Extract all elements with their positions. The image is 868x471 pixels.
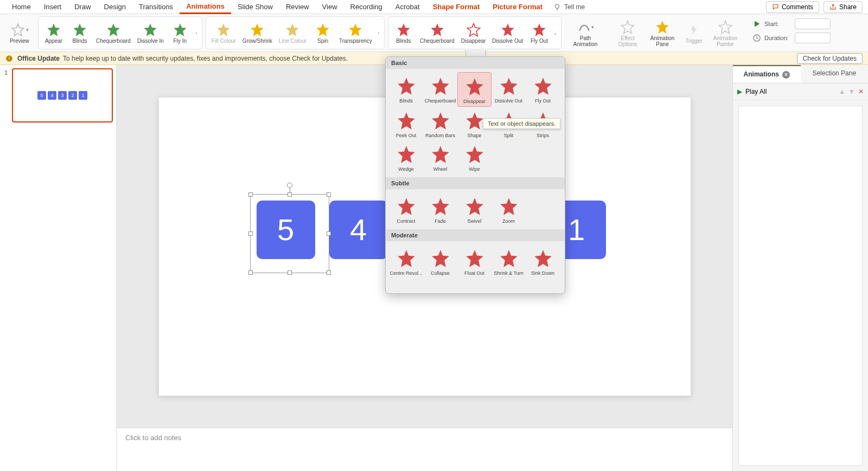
anim-fly-in[interactable]: Fly In: [167, 21, 193, 45]
tab-review[interactable]: Review: [279, 1, 316, 13]
anim-spin[interactable]: Spin: [310, 21, 336, 45]
gallery-item-collapse[interactable]: Collapse: [423, 244, 457, 278]
tab-draw[interactable]: Draw: [68, 1, 97, 13]
effect-options-button[interactable]: Effect Options: [611, 18, 644, 48]
anim-exit-blinds[interactable]: Blinds: [391, 21, 417, 45]
resize-handle[interactable]: [327, 231, 331, 236]
gallery-item-zoom[interactable]: Zoom: [492, 192, 526, 226]
gallery-item-fade[interactable]: Fade: [423, 192, 457, 226]
anim-dissolve-out[interactable]: Dissolve Out: [489, 21, 526, 45]
gallery-item-peek-out[interactable]: Peek Out: [389, 107, 423, 140]
resize-handle[interactable]: [327, 270, 331, 275]
gallery-item-dissolve-out[interactable]: Dissolve Out: [492, 72, 526, 107]
anim-exit-chequer[interactable]: Chequerboard: [417, 21, 458, 45]
tab-picture-format[interactable]: Picture Format: [486, 1, 549, 13]
anim-appear[interactable]: Appear: [41, 21, 67, 45]
tab-home[interactable]: Home: [5, 1, 37, 13]
star-icon: [396, 111, 417, 131]
exit-more[interactable]: ⌄: [552, 30, 559, 36]
gallery-item-strips[interactable]: Strips: [526, 107, 560, 140]
play-all-button[interactable]: Play All: [745, 88, 767, 95]
duration-input[interactable]: [795, 33, 831, 43]
anim-dissolve-in[interactable]: Dissolve In: [134, 21, 167, 45]
anim-fill-colour[interactable]: Fill Colour: [208, 21, 239, 45]
update-title: Office Update: [17, 55, 60, 62]
comments-button[interactable]: Comments: [766, 1, 819, 13]
pane-tab-selection[interactable]: Selection Pane: [801, 65, 869, 83]
animation-list[interactable]: [738, 106, 863, 466]
notes-pane[interactable]: Click to add notes: [117, 428, 732, 471]
gallery-item-blinds[interactable]: Blinds: [389, 72, 423, 107]
gallery-item-wheel[interactable]: Wheel: [423, 140, 457, 174]
shape-box-4[interactable]: 4: [329, 201, 388, 259]
selection-box[interactable]: [250, 194, 329, 273]
delete-icon[interactable]: ✕: [858, 88, 864, 95]
resize-handle[interactable]: [248, 192, 253, 197]
entrance-more[interactable]: ›: [193, 30, 200, 36]
resize-handle[interactable]: [288, 192, 292, 197]
comment-icon: [772, 3, 779, 10]
gallery-item-shape[interactable]: Shape: [457, 107, 492, 140]
anim-fly-out[interactable]: Fly Out: [526, 21, 552, 45]
tab-transitions[interactable]: Transitions: [132, 1, 180, 13]
emphasis-more[interactable]: ›: [375, 30, 382, 36]
anim-line-colour[interactable]: Line Colour: [276, 21, 310, 45]
gallery-item-float-out[interactable]: Float Out: [457, 244, 492, 278]
exit-effects-gallery[interactable]: Basic BlindsChequerboardDisappearDissolv…: [385, 56, 565, 294]
gallery-item-fly-out[interactable]: Fly Out: [526, 72, 560, 107]
gallery-item-label: Sink Down: [531, 270, 554, 276]
tab-recording[interactable]: Recording: [344, 1, 389, 13]
anim-disappear[interactable]: Disappear: [458, 21, 489, 45]
resize-handle[interactable]: [327, 192, 331, 197]
resize-handle[interactable]: [248, 270, 253, 275]
tab-design[interactable]: Design: [98, 1, 132, 13]
close-icon[interactable]: ×: [782, 71, 790, 79]
gallery-item-chequerboard[interactable]: Chequerboard: [423, 72, 457, 107]
update-msg: To help keep up to date with security up…: [63, 55, 348, 62]
anim-chequer[interactable]: Chequerboard: [93, 21, 134, 45]
tab-slideshow[interactable]: Slide Show: [231, 1, 279, 13]
tab-insert[interactable]: Insert: [37, 1, 68, 13]
animation-pane-button[interactable]: Animation Pane: [644, 18, 681, 48]
gallery-item-contract[interactable]: Contract: [389, 192, 423, 226]
anim-transparency[interactable]: Transparency: [336, 21, 375, 45]
gallery-item-wipe[interactable]: Wipe: [457, 140, 492, 174]
gallery-item-shrink-turn[interactable]: Shrink & Turn: [492, 244, 526, 278]
thumb-box: 4: [48, 91, 56, 100]
gallery-item-swivel[interactable]: Swivel: [457, 192, 492, 226]
anim-grow-shrink[interactable]: Grow/Shrink: [239, 21, 276, 45]
star-icon: [430, 248, 451, 269]
resize-handle[interactable]: [288, 270, 292, 275]
gallery-item-label: Split: [504, 133, 514, 138]
rotate-handle[interactable]: [287, 183, 292, 188]
share-button[interactable]: Share: [824, 1, 863, 13]
resize-handle[interactable]: [248, 231, 253, 236]
gallery-item-centre-revol-[interactable]: Centre Revol...: [389, 244, 423, 278]
tab-shape-format[interactable]: Shape Format: [426, 1, 487, 13]
check-updates-button[interactable]: Check for Updates: [797, 53, 863, 64]
emphasis-gallery: Fill Colour Grow/Shrink Line Colour Spin…: [206, 16, 385, 49]
tab-animations[interactable]: Animations: [180, 0, 231, 14]
gallery-item-sink-down[interactable]: Sink Down: [526, 244, 560, 278]
animation-painter-button[interactable]: Animation Painter: [707, 18, 744, 48]
pane-tab-animations[interactable]: Animations×: [733, 65, 801, 83]
anim-label: Grow/Shrink: [242, 38, 272, 44]
gallery-item-disappear[interactable]: Disappear: [457, 72, 492, 107]
tab-acrobat[interactable]: Acrobat: [389, 1, 426, 13]
gallery-item-label: Wheel: [433, 166, 448, 172]
gallery-item-random-bars[interactable]: Random Bars: [423, 107, 457, 140]
trigger-button[interactable]: Trigger: [681, 21, 707, 45]
tab-view[interactable]: View: [316, 1, 344, 13]
gallery-item-split[interactable]: Split: [492, 107, 526, 140]
move-up-icon[interactable]: ▲: [839, 88, 845, 95]
slide-thumbnail-1[interactable]: 5 4 3 2 1: [12, 68, 113, 122]
preview-button[interactable]: ▾ Preview: [7, 21, 33, 45]
gallery-item-label: Shrink & Turn: [494, 270, 524, 276]
svg-point-0: [556, 4, 559, 8]
move-down-icon[interactable]: ▼: [848, 88, 855, 95]
tell-me[interactable]: Tell me: [553, 3, 585, 11]
path-animation-button[interactable]: ▾Path Animation: [567, 18, 604, 48]
anim-blinds[interactable]: Blinds: [67, 21, 93, 45]
start-dropdown[interactable]: [795, 18, 831, 29]
gallery-item-wedge[interactable]: Wedge: [389, 140, 423, 174]
